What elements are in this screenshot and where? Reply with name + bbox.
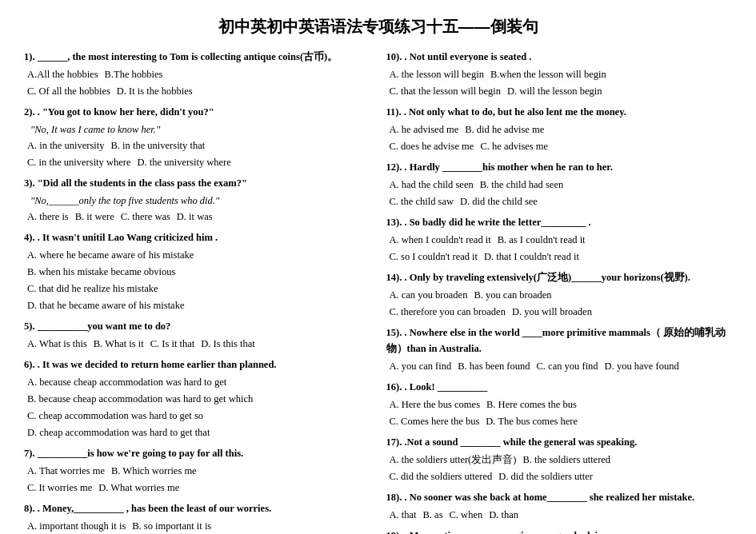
option-row: A. in the universityB. in the university… <box>27 137 370 153</box>
option-item: A. That worries me <box>27 463 105 479</box>
question-quote: "No,______only the top five students who… <box>24 193 370 209</box>
option-row: C. did the soldiers utteredD. did the so… <box>390 468 733 484</box>
option-item: D. cheap accommodation was hard to get t… <box>27 424 210 440</box>
option-item: C. Of all the hobbies <box>27 83 110 99</box>
options-group: A. in the universityB. in the university… <box>24 137 370 170</box>
options-group: A. important though it isB. so important… <box>24 518 370 534</box>
question-block: 11). . Not only what to do, but he also … <box>386 104 733 154</box>
options-group: A. What is thisB. What is itC. Is it tha… <box>24 336 370 352</box>
question-block: 14). . Only by traveling extensively(广泛地… <box>386 269 733 320</box>
option-row: D. cheap accommodation was hard to get t… <box>27 424 370 440</box>
option-item: D. The bus comes here <box>486 413 578 429</box>
option-item: C. in the university where <box>27 154 131 170</box>
question-block: 16). . Look! __________A. Here the bus c… <box>386 379 733 429</box>
options-group: A. can you broadenB. you can broadenC. t… <box>386 287 733 320</box>
options-group: A.All the hobbiesB.The hobbiesC. Of all … <box>24 66 370 99</box>
option-item: A. he advised me <box>390 122 459 137</box>
question-text: 3). "Did all the students in the class p… <box>24 175 370 191</box>
option-item: D. than <box>489 507 518 523</box>
options-group: A. when I couldn't read itB. as I couldn… <box>386 232 733 265</box>
option-row: A. he advised meB. did he advise me <box>390 122 733 137</box>
option-row: A. important though it isB. so important… <box>27 518 370 534</box>
question-text: 5). __________you want me to do? <box>24 318 370 334</box>
option-row: A. you can findB. has been foundC. can y… <box>390 358 733 374</box>
option-item: A. the soldiers utter(发出声音) <box>390 452 517 468</box>
option-row: C. does he advise meC. he advises me <box>390 138 733 154</box>
option-row: A. What is thisB. What is itC. Is it tha… <box>27 336 370 352</box>
question-block: 7). __________is how we're going to pay … <box>24 445 370 496</box>
option-row: C. in the university whereD. the univers… <box>27 154 370 170</box>
option-row: C. that did he realize his mistake <box>27 281 370 297</box>
question-text: 16). . Look! __________ <box>386 379 733 395</box>
option-row: C. It worries meD. What worries me <box>27 480 370 496</box>
option-item: A. in the university <box>27 137 105 153</box>
options-group: A. he advised meB. did he advise meC. do… <box>386 122 733 154</box>
option-row: A. Here the bus comesB. Here comes the b… <box>390 397 733 412</box>
question-block: 8). . Money,__________ , has been the le… <box>24 500 370 534</box>
option-item: D. you have found <box>605 358 679 374</box>
question-block: 17). .Not a sound ________ while the gen… <box>386 434 733 484</box>
question-text: 11). . Not only what to do, but he also … <box>386 104 733 120</box>
option-item: B.when the lesson will begin <box>490 66 606 82</box>
option-item: C. therefore you can broaden <box>390 304 506 320</box>
option-row: B. because cheap accommodation was hard … <box>27 391 370 407</box>
option-item: D. What worries me <box>98 480 179 496</box>
option-row: C. therefore you can broadenD. you will … <box>390 304 733 320</box>
option-item: A. there is <box>27 209 69 225</box>
option-item: B.The hobbies <box>105 66 163 82</box>
question-text: 10). . Not until everyone is seated . <box>386 49 733 65</box>
option-item: D. that he became aware of his mistake <box>27 297 184 313</box>
options-group: A. where he became aware of his mistakeB… <box>24 247 370 313</box>
options-group: A. you can findB. has been foundC. can y… <box>386 358 733 374</box>
option-item: A. had the child seen <box>390 177 474 193</box>
option-item: A. the lesson will begin <box>390 66 484 82</box>
option-row: A. thatB. asC. whenD. than <box>390 507 733 523</box>
option-item: D. did the child see <box>460 193 538 209</box>
option-item: B. as <box>423 507 443 523</box>
option-item: C. there was <box>121 209 170 225</box>
option-row: A. can you broadenB. you can broaden <box>390 287 733 303</box>
option-item: C. Is it that <box>150 336 195 352</box>
option-item: C. the child saw <box>390 193 454 209</box>
option-item: A. where he became aware of his mistake <box>27 247 194 263</box>
option-row: C. that the lesson will beginD. will the… <box>390 83 733 99</box>
option-item: C. that the lesson will begin <box>390 83 502 99</box>
option-row: C. Comes here the busD. The bus comes he… <box>390 413 733 429</box>
question-block: 2). . "You got to know her here, didn't … <box>24 104 370 170</box>
question-block: 15). . Nowhere else in the world ____mor… <box>386 325 733 374</box>
option-item: C. does he advise me <box>390 138 474 154</box>
option-item: B. Which worries me <box>111 463 197 479</box>
left-column: 1). ______, the most interesting to Tom … <box>24 49 370 534</box>
option-row: C. the child sawD. did the child see <box>390 193 733 209</box>
option-item: A. can you broaden <box>390 287 468 303</box>
option-item: C. Comes here the bus <box>390 413 480 429</box>
option-row: D. that he became aware of his mistake <box>27 297 370 313</box>
question-text: 17). .Not a sound ________ while the gen… <box>386 434 733 450</box>
option-item: B. in the university that <box>111 137 206 153</box>
question-text: 18). . No sooner was she back at home___… <box>386 489 733 505</box>
option-row: A. because cheap accommodation was hard … <box>27 374 370 390</box>
option-item: D. will the lesson begin <box>507 83 602 99</box>
options-group: A. the soldiers utter(发出声音)B. the soldie… <box>386 452 733 484</box>
option-item: B. as I couldn't read it <box>498 232 586 248</box>
option-item: D. it was <box>177 209 213 225</box>
option-item: A. important though it is <box>27 518 126 534</box>
options-group: A. because cheap accommodation was hard … <box>24 374 370 440</box>
question-block: 12). . Hardly ________his mother when he… <box>386 159 733 209</box>
question-text: 8). . Money,__________ , has been the le… <box>24 500 370 516</box>
question-block: 18). . No sooner was she back at home___… <box>386 489 733 523</box>
option-item: C. did the soldiers uttered <box>390 468 493 484</box>
option-item: D. you will broaden <box>512 304 592 320</box>
option-item: A. What is this <box>27 336 87 352</box>
option-item: B. you can broaden <box>474 287 551 303</box>
option-item: B. the child had seen <box>480 177 564 193</box>
option-item: B. What is it <box>94 336 144 352</box>
question-text: 15). . Nowhere else in the world ____mor… <box>386 325 733 357</box>
question-text: 1). ______, the most interesting to Tom … <box>24 49 370 65</box>
option-item: A.All the hobbies <box>27 66 98 82</box>
question-text: 13). . So badly did he write the letter_… <box>386 214 733 230</box>
option-row: A. the lesson will beginB.when the lesso… <box>390 66 733 82</box>
option-item: C. It worries me <box>27 480 92 496</box>
option-item: D. did the soldiers utter <box>498 468 593 484</box>
question-block: 10). . Not until everyone is seated .A. … <box>386 49 733 99</box>
